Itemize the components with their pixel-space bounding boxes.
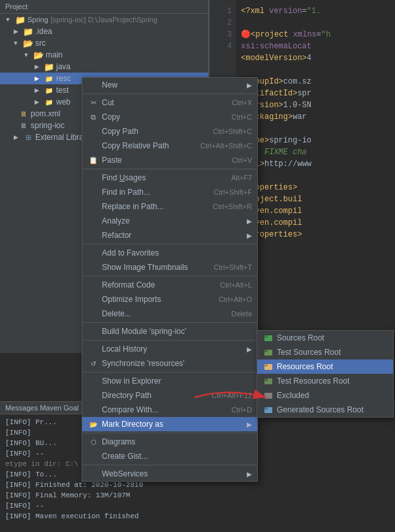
menu-item-paste[interactable]: 📋 Paste Ctrl+V	[82, 153, 257, 167]
submenu-label: Excluded	[277, 391, 309, 400]
menu-item-copy-path[interactable]: Copy Path Ctrl+Shift+C	[82, 124, 257, 139]
menu-item-show-explorer[interactable]: Show in Explorer	[82, 374, 257, 388]
tree-label: .idea	[35, 27, 52, 36]
menu-item-delete[interactable]: Delete... Delete	[82, 307, 257, 321]
menu-separator	[82, 276, 257, 276]
menu-separator	[82, 372, 257, 373]
tree-item-java[interactable]: ▶ 📁 java	[0, 61, 208, 73]
menu-item-synchronize[interactable]: ↺ Synchronize 'resources'	[82, 356, 257, 371]
code-line: <url>http://www	[241, 158, 390, 170]
tree-label: spring-ioc	[31, 121, 65, 130]
test-resources-root-icon	[262, 376, 274, 386]
tree-item-src[interactable]: ▼ 📂 src	[0, 37, 208, 49]
tree-label: pom.xml	[31, 109, 60, 118]
code-line: <name>spring-io	[241, 135, 390, 146]
menu-item-copy-relative-path[interactable]: Copy Relative Path Ctrl+Alt+Shift+C	[82, 139, 257, 153]
menu-item-new[interactable]: New ▶	[82, 78, 257, 92]
mark-dir-icon: 📂	[87, 419, 99, 429]
tree-label: main	[46, 50, 63, 59]
submenu-item-resources-root[interactable]: Resources Root	[257, 359, 393, 374]
menu-item-analyze[interactable]: Analyze ▶	[82, 214, 257, 228]
empty-icon	[87, 201, 99, 212]
menu-label: Add to Favorites	[102, 248, 252, 258]
submenu-item-sources-root[interactable]: Sources Root	[257, 331, 393, 345]
menu-item-directory-path[interactable]: Directory Path Ctrl+Alt+F12	[82, 388, 257, 403]
arrow-icon: ▶	[31, 85, 42, 95]
code-line: 🔴<project xmlns="h	[241, 29, 390, 41]
menu-item-mark-directory[interactable]: 📂 Mark Directory as ▶	[82, 417, 257, 431]
sources-root-icon	[262, 333, 274, 343]
code-line: </properties>	[241, 229, 390, 241]
empty-icon	[87, 262, 99, 273]
menu-item-diagrams[interactable]: ⬡ Diagrams	[82, 435, 257, 449]
menu-item-compare-with[interactable]: Compare With... Ctrl+D	[82, 403, 257, 417]
empty-icon	[87, 326, 99, 337]
menu-item-add-favorites[interactable]: Add to Favorites	[82, 246, 257, 260]
empty-icon	[87, 187, 99, 197]
menu-separator	[82, 340, 257, 341]
menu-shortcut: Ctrl+Alt+F12	[212, 391, 252, 399]
copy-icon: ⧉	[87, 112, 99, 122]
menu-shortcut: Ctrl+C	[232, 113, 252, 121]
menu-label: Compare With...	[102, 405, 219, 414]
arrow-icon: ▶	[247, 232, 252, 239]
new-icon	[87, 80, 99, 90]
folder-icon: 📁	[15, 14, 25, 25]
menu-item-create-gist[interactable]: Create Gist...	[82, 449, 257, 463]
menu-shortcut: Ctrl+Shift+F	[213, 188, 252, 196]
svg-rect-1	[264, 335, 268, 338]
menu-shortcut: Ctrl+V	[232, 156, 252, 164]
arrow-icon: ▶	[31, 97, 42, 107]
menu-label: Copy Relative Path	[102, 141, 187, 150]
line-num	[210, 52, 236, 64]
menu-separator	[82, 169, 257, 169]
menu-separator	[82, 322, 257, 323]
menu-label: Refactor	[102, 231, 244, 240]
menu-item-optimize[interactable]: Optimize Imports Ctrl+Alt+O	[82, 292, 257, 307]
menu-shortcut: Ctrl+D	[232, 406, 252, 414]
tree-label-extra: [spring-ioc] D:\JavaProject\Spring	[51, 16, 157, 24]
menu-label: Copy Path	[102, 127, 200, 136]
menu-label: Synchronize 'resources'	[102, 359, 252, 368]
menu-item-build-module[interactable]: Build Module 'spring-ioc'	[82, 324, 257, 339]
submenu-item-excluded[interactable]: Excluded	[257, 388, 393, 403]
menu-item-show-thumbnails[interactable]: Show Image Thumbnails Ctrl+Shift+T	[82, 260, 257, 274]
arrow-icon: ▼	[10, 38, 21, 48]
menu-shortcut: Delete	[231, 310, 252, 318]
submenu-label: Test Sources Root	[277, 348, 341, 357]
submenu-item-test-sources-root[interactable]: Test Sources Root	[257, 345, 393, 359]
menu-item-refactor[interactable]: Refactor ▶	[82, 228, 257, 242]
menu-item-find-in-path[interactable]: Find in Path... Ctrl+Shift+F	[82, 185, 257, 199]
menu-separator	[82, 93, 257, 94]
code-line	[241, 123, 390, 135]
folder-icon: 📂	[23, 38, 33, 48]
menu-shortcut: Ctrl+Shift+C	[213, 127, 252, 135]
folder-icon: 📁	[44, 73, 54, 84]
menu-label: Local History	[102, 344, 244, 354]
arrow-icon: ▶	[247, 82, 252, 89]
menu-item-reformat[interactable]: Reformat Code Ctrl+Alt+L	[82, 278, 257, 292]
menu-shortcut: Ctrl+Shift+R	[213, 203, 252, 210]
tree-item-spring[interactable]: ▼ 📁 Spring [spring-ioc] D:\JavaProject\S…	[0, 14, 208, 25]
tree-label: resc	[56, 74, 71, 83]
tree-item-main[interactable]: ▼ 📂 main	[0, 49, 208, 61]
menu-item-find-usages[interactable]: Find Usages Alt+F7	[82, 171, 257, 185]
menu-label: Show in Explorer	[102, 376, 252, 386]
menu-item-webservices[interactable]: WebServices ▶	[82, 467, 257, 481]
menu-label: Copy	[102, 112, 219, 122]
menu-item-cut[interactable]: ✂ Cut Ctrl+X	[82, 95, 257, 110]
menu-shortcut: Alt+F7	[231, 174, 252, 182]
svg-rect-8	[264, 393, 272, 399]
empty-icon	[87, 248, 99, 258]
submenu-item-test-resources-root[interactable]: Test Resources Root	[257, 374, 393, 388]
menu-item-local-history[interactable]: Local History ▶	[82, 342, 257, 356]
code-line: <!-- FIXME cha	[241, 146, 390, 158]
menu-item-copy[interactable]: ⧉ Copy Ctrl+C	[82, 110, 257, 124]
arrow-icon: ▶	[247, 218, 252, 225]
menu-item-replace-in-path[interactable]: Replace in Path... Ctrl+Shift+R	[82, 199, 257, 214]
tree-label: src	[35, 39, 46, 48]
tree-item-idea[interactable]: ▶ 📁 .idea	[0, 25, 208, 37]
submenu-item-generated-sources-root[interactable]: Generated Sources Root	[257, 403, 393, 417]
arrow-icon: ▼	[3, 14, 13, 25]
empty-icon	[87, 216, 99, 226]
